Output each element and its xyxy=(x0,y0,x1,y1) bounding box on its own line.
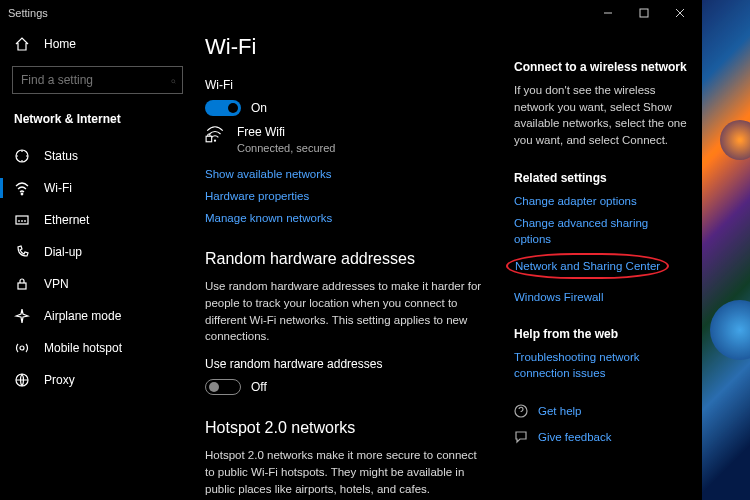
minimize-button[interactable] xyxy=(590,0,626,26)
network-sharing-center-link[interactable]: Network and Sharing Center xyxy=(515,258,660,274)
svg-rect-5 xyxy=(18,283,26,289)
home-label: Home xyxy=(44,37,76,51)
wifi-section-label: Wi-Fi xyxy=(205,78,484,92)
sidebar-item-ethernet[interactable]: Ethernet xyxy=(0,204,195,236)
manage-known-networks-link[interactable]: Manage known networks xyxy=(205,210,484,226)
annotation-circle: Network and Sharing Center xyxy=(506,253,669,279)
sidebar-item-label: Dial-up xyxy=(44,245,82,259)
give-feedback-link[interactable]: Give feedback xyxy=(538,429,612,445)
search-box[interactable] xyxy=(12,66,183,94)
network-name: Free Wifi xyxy=(237,124,335,141)
random-hw-toggle-state: Off xyxy=(251,380,267,394)
hotspot-heading: Hotspot 2.0 networks xyxy=(205,419,484,437)
status-icon xyxy=(14,148,30,164)
proxy-icon xyxy=(14,372,30,388)
advanced-sharing-link[interactable]: Change advanced sharing options xyxy=(514,215,688,247)
help-heading: Help from the web xyxy=(514,327,688,341)
change-adapter-link[interactable]: Change adapter options xyxy=(514,193,688,209)
wifi-secured-icon xyxy=(205,124,225,144)
search-input[interactable] xyxy=(21,73,171,87)
sidebar-item-label: Status xyxy=(44,149,78,163)
sidebar-item-dialup[interactable]: Dial-up xyxy=(0,236,195,268)
svg-point-1 xyxy=(172,80,175,83)
close-button[interactable] xyxy=(662,0,698,26)
sidebar-item-label: Wi-Fi xyxy=(44,181,72,195)
home-link[interactable]: Home xyxy=(0,28,195,60)
random-hw-heading: Random hardware addresses xyxy=(205,250,484,268)
show-networks-link[interactable]: Show available networks xyxy=(205,166,484,182)
hotspot-desc: Hotspot 2.0 networks make it more secure… xyxy=(205,447,484,497)
page-title: Wi-Fi xyxy=(205,34,484,60)
svg-point-6 xyxy=(20,346,24,350)
sidebar-item-label: VPN xyxy=(44,277,69,291)
sidebar-item-label: Airplane mode xyxy=(44,309,121,323)
sidebar-item-hotspot[interactable]: Mobile hotspot xyxy=(0,332,195,364)
sidebar-item-wifi[interactable]: Wi-Fi xyxy=(0,172,195,204)
sidebar-category: Network & Internet xyxy=(0,104,195,130)
wifi-toggle-state: On xyxy=(251,101,267,115)
sidebar-item-label: Mobile hotspot xyxy=(44,341,122,355)
svg-rect-9 xyxy=(206,136,212,142)
ethernet-icon xyxy=(14,212,30,228)
window-title: Settings xyxy=(8,7,48,19)
svg-point-8 xyxy=(214,140,216,142)
sidebar-item-airplane[interactable]: Airplane mode xyxy=(0,300,195,332)
random-hw-desc: Use random hardware addresses to make it… xyxy=(205,278,484,345)
random-hw-toggle-label: Use random hardware addresses xyxy=(205,357,484,371)
random-hw-toggle[interactable] xyxy=(205,379,241,395)
wifi-icon xyxy=(14,180,30,196)
sidebar: Home Network & Internet Status Wi-Fi Et xyxy=(0,26,195,500)
current-network[interactable]: Free Wifi Connected, secured xyxy=(205,124,484,156)
related-heading: Related settings xyxy=(514,171,688,185)
hardware-properties-link[interactable]: Hardware properties xyxy=(205,188,484,204)
dialup-icon xyxy=(14,244,30,260)
sidebar-item-label: Proxy xyxy=(44,373,75,387)
title-bar: Settings xyxy=(0,0,702,26)
hotspot-icon xyxy=(14,340,30,356)
connect-desc: If you don't see the wireless network yo… xyxy=(514,82,688,149)
network-status: Connected, secured xyxy=(237,141,335,156)
feedback-icon xyxy=(514,430,528,444)
windows-firewall-link[interactable]: Windows Firewall xyxy=(514,289,688,305)
get-help-link[interactable]: Get help xyxy=(538,403,581,419)
search-icon xyxy=(171,73,176,87)
sidebar-item-vpn[interactable]: VPN xyxy=(0,268,195,300)
connect-heading: Connect to a wireless network xyxy=(514,60,688,74)
troubleshoot-link[interactable]: Troubleshooting network connection issue… xyxy=(514,349,688,381)
sidebar-item-label: Ethernet xyxy=(44,213,89,227)
svg-point-3 xyxy=(21,193,23,195)
vpn-icon xyxy=(14,276,30,292)
home-icon xyxy=(14,36,30,52)
help-icon xyxy=(514,404,528,418)
right-rail: Connect to a wireless network If you don… xyxy=(514,26,702,470)
wifi-toggle[interactable] xyxy=(205,100,241,116)
maximize-button[interactable] xyxy=(626,0,662,26)
airplane-icon xyxy=(14,308,30,324)
desktop-wallpaper xyxy=(702,0,750,500)
sidebar-item-status[interactable]: Status xyxy=(0,140,195,172)
settings-window: Settings Home Network & Internet Status xyxy=(0,0,702,500)
main-content: Wi-Fi Wi-Fi On Free Wifi Connected, secu… xyxy=(195,26,514,470)
svg-rect-0 xyxy=(640,9,648,17)
sidebar-item-proxy[interactable]: Proxy xyxy=(0,364,195,396)
